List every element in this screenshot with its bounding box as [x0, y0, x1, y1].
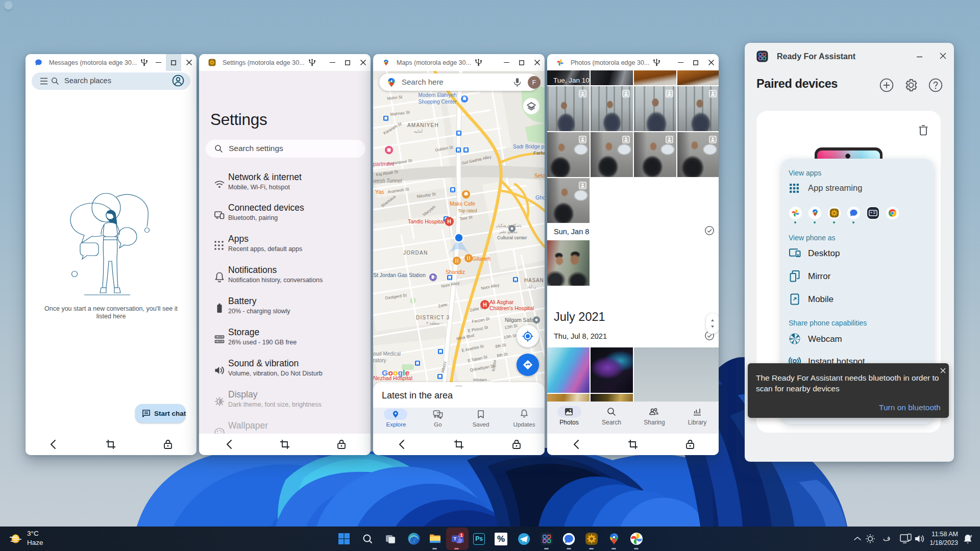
svg-text:Farha: Farha: [533, 150, 545, 156]
svg-text:Mirdam...: Mirdam...: [473, 378, 490, 382]
svg-text:H: H: [483, 302, 487, 308]
svg-text:H: H: [447, 218, 451, 224]
svg-text:Modern Elahiyeh: Modern Elahiyeh: [418, 92, 456, 98]
svg-text:1: 1: [460, 533, 463, 538]
svg-text:G: G: [382, 368, 388, 377]
svg-text:أمانيه: أمانيه: [414, 129, 423, 134]
svg-text:AMANIYEH: AMANIYEH: [407, 122, 439, 128]
svg-text:Setar: Setar: [534, 172, 545, 179]
svg-text:Shandiz: Shandiz: [446, 269, 465, 275]
svg-text:Top rated: Top rated: [458, 208, 477, 213]
svg-text:partment: partment: [373, 161, 395, 167]
svg-text:Nilgam Safar: Nilgam Safar: [505, 317, 536, 323]
svg-text:Sadr Bridge pe: Sadr Bridge pe: [513, 144, 545, 149]
svg-text:DISTRICT 3: DISTRICT 3: [416, 315, 450, 320]
svg-text:Gilaneh: Gilaneh: [472, 256, 491, 262]
svg-text:e: e: [405, 368, 410, 377]
svg-text:Tandis Hospital: Tandis Hospital: [408, 218, 444, 224]
svg-text:g: g: [398, 368, 403, 377]
svg-text:T: T: [454, 536, 457, 541]
svg-text:HASAN: HASAN: [524, 278, 544, 283]
svg-text:Maks Cafe: Maks Cafe: [450, 201, 475, 207]
svg-text:Shopping Center: Shopping Center: [418, 99, 457, 105]
svg-text:z: z: [970, 534, 972, 538]
svg-text:Ghol: Ghol: [535, 194, 545, 201]
svg-text:Ali Asghar: Ali Asghar: [489, 299, 514, 305]
svg-text:ratory: ratory: [373, 358, 386, 363]
svg-text:o: o: [393, 368, 398, 377]
svg-text:St Jordan Gas Station: St Jordan Gas Station: [373, 272, 426, 278]
svg-text:Children's Hospital: Children's Hospital: [489, 305, 534, 311]
svg-text:Yas: Yas: [375, 189, 384, 195]
svg-text:ن آباد: ن آباد: [527, 284, 536, 289]
svg-text:JORDAN: JORDAN: [403, 250, 428, 256]
svg-text:o: o: [388, 368, 393, 377]
svg-text:wesh Tunnel: wesh Tunnel: [373, 178, 402, 184]
svg-text:منطقة ٣: منطقة ٣: [426, 321, 439, 325]
svg-text:oud Medical: oud Medical: [373, 351, 401, 357]
svg-text:Cultural center: Cultural center: [497, 235, 527, 240]
